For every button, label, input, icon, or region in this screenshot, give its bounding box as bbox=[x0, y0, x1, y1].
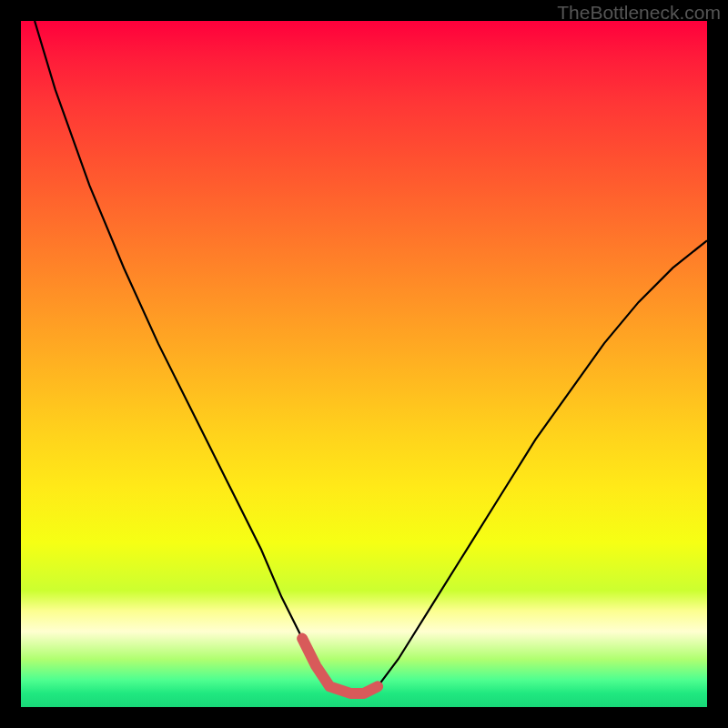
optimal-range-path bbox=[302, 639, 378, 693]
bottleneck-curve-path bbox=[35, 21, 707, 693]
chart-container: TheBottleneck.com bbox=[0, 0, 728, 728]
watermark-text: TheBottleneck.com bbox=[557, 2, 721, 24]
chart-svg bbox=[21, 21, 707, 707]
plot-area bbox=[21, 21, 707, 707]
